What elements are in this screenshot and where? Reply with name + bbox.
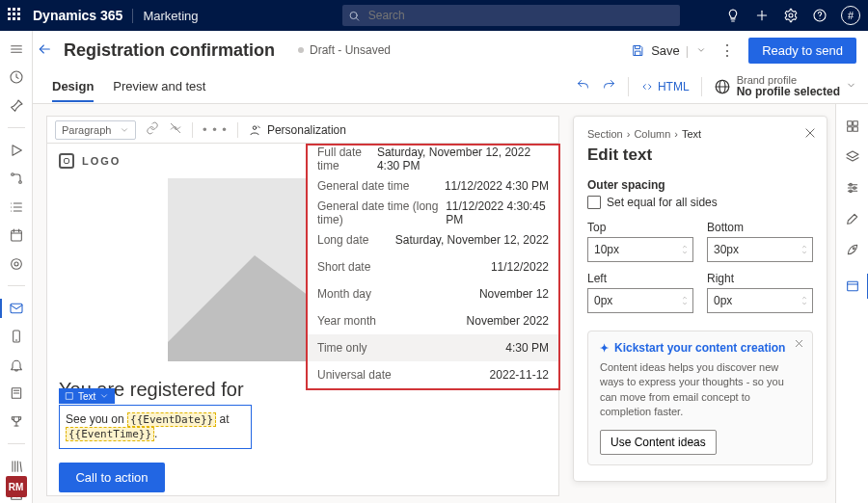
content-ideas-callout: Kickstart your content creation Content … (587, 331, 813, 465)
format-option[interactable]: Month dayNovember 12 (308, 280, 558, 307)
app-launcher-icon[interactable] (8, 8, 23, 23)
svg-rect-65 (847, 281, 857, 290)
token-event-date[interactable]: {{EventDate}} (127, 412, 216, 427)
equal-sides-checkbox[interactable]: Set equal for all sides (587, 196, 813, 209)
rail-bell-icon[interactable] (8, 357, 25, 373)
svg-point-47 (253, 125, 257, 129)
date-format-popup: Full date timeSaturday, November 12, 202… (306, 144, 560, 390)
format-option[interactable]: Year monthNovember 2022 (308, 307, 558, 334)
email-canvas[interactable]: Paragraph • • • Personalization LOGO You… (46, 116, 559, 496)
element-tag[interactable]: Text (59, 388, 115, 404)
overflow-menu[interactable]: ⋮ (714, 41, 741, 60)
rail-rocket-icon[interactable] (844, 241, 861, 258)
editor-tabs: Design Preview and test HTML Brand profi… (0, 69, 868, 104)
toolbar-overflow[interactable]: • • • (203, 122, 228, 137)
save-button[interactable]: Save | (631, 43, 706, 58)
search-input[interactable] (366, 8, 675, 23)
selected-text-block[interactable]: Text See you on {{EventDate}} at {{Event… (59, 405, 252, 449)
help-icon[interactable] (812, 8, 827, 23)
redo-button[interactable] (602, 78, 616, 95)
rail-pin-icon[interactable] (8, 97, 25, 114)
link-icon[interactable] (146, 121, 159, 138)
bottom-spacing-input[interactable]: 30px (707, 237, 813, 262)
outer-spacing-label: Outer spacing (587, 178, 813, 192)
top-spacing-input[interactable]: 10px (587, 237, 693, 262)
left-nav-rail: RM (0, 31, 33, 503)
record-status: Draft - Unsaved (298, 43, 391, 57)
brand-label: Dynamics 365 (33, 8, 122, 23)
format-option[interactable]: General date time (long time)11/12/2022 … (308, 199, 558, 226)
svg-line-37 (20, 462, 21, 471)
lightbulb-icon[interactable] (725, 8, 741, 23)
rail-calendar-icon[interactable] (8, 226, 25, 243)
svg-rect-26 (11, 304, 22, 312)
svg-rect-48 (67, 393, 73, 400)
rail-styles-icon[interactable] (844, 210, 861, 227)
save-split-chevron-icon[interactable] (696, 43, 706, 58)
undo-button[interactable] (576, 78, 590, 95)
rail-target-icon[interactable] (8, 255, 25, 272)
svg-point-24 (11, 258, 21, 269)
svg-point-4 (789, 13, 793, 17)
rail-email-icon[interactable] (8, 300, 25, 316)
right-spacing-input[interactable]: 0px (707, 288, 813, 313)
rail-settings-icon[interactable] (844, 179, 861, 197)
callout-body: Content ideas helps you discover new way… (600, 360, 800, 420)
svg-rect-56 (853, 127, 857, 132)
rail-list-icon[interactable] (8, 199, 25, 215)
plus-icon[interactable] (754, 8, 770, 23)
rail-trophy-icon[interactable] (8, 413, 25, 430)
unlink-icon[interactable] (169, 121, 182, 138)
cta-button[interactable]: Call to action (59, 463, 165, 492)
search-icon (348, 10, 360, 22)
svg-marker-57 (847, 151, 858, 158)
global-search[interactable] (342, 5, 680, 26)
brand-profile-picker[interactable]: Brand profileNo profile selected (714, 74, 856, 98)
svg-point-25 (14, 262, 18, 266)
logo-icon (59, 153, 74, 169)
app-label: Marketing (132, 9, 198, 23)
use-content-ideas-button[interactable]: Use Content ideas (600, 430, 717, 455)
rail-layers-icon[interactable] (844, 148, 861, 166)
format-option[interactable]: Time only4:30 PM (308, 334, 558, 361)
format-option[interactable]: Short date11/12/2022 (308, 253, 558, 280)
rail-library-icon[interactable] (8, 458, 25, 474)
svg-rect-53 (847, 121, 852, 126)
paragraph-style-select[interactable]: Paragraph (55, 120, 136, 140)
text-line[interactable]: See you on {{EventDate}} at {{EventTime}… (66, 412, 230, 440)
rail-clock-icon[interactable] (8, 68, 25, 85)
ready-to-send-button[interactable]: Ready to send (748, 38, 856, 64)
back-button[interactable] (37, 41, 52, 60)
html-toggle[interactable]: HTML (640, 80, 690, 93)
callout-close-icon[interactable] (794, 337, 804, 352)
rail-elements-icon[interactable] (844, 118, 861, 135)
token-event-time[interactable]: {{EventTime}} (66, 427, 154, 441)
rail-form-icon[interactable] (8, 384, 25, 401)
breadcrumb[interactable]: Section› Column› Text (587, 128, 813, 140)
rail-sms-icon[interactable] (8, 329, 25, 345)
svg-rect-42 (636, 51, 640, 55)
format-option[interactable]: Long dateSaturday, November 12, 2022 (308, 226, 558, 253)
svg-line-1 (357, 17, 360, 20)
save-label: Save (651, 43, 680, 58)
rail-journey-icon[interactable] (8, 171, 25, 187)
logo-text: LOGO (82, 155, 121, 167)
close-icon[interactable] (803, 126, 817, 143)
format-option[interactable]: Universal date2022-11-12 (308, 361, 558, 388)
user-avatar[interactable]: RM (6, 476, 27, 497)
rail-properties-icon[interactable] (844, 278, 861, 295)
tab-design[interactable]: Design (52, 71, 94, 101)
account-badge[interactable]: # (841, 6, 860, 25)
svg-point-64 (853, 248, 854, 250)
tab-preview[interactable]: Preview and test (113, 71, 205, 101)
page-title: Registration confirmation (64, 40, 275, 61)
personalization-button[interactable]: Personalization (248, 123, 346, 137)
format-option[interactable]: Full date timeSaturday, November 12, 202… (308, 146, 558, 172)
gear-icon[interactable] (783, 8, 799, 23)
properties-panel: Section› Column› Text Edit text Outer sp… (573, 116, 827, 482)
rail-play-icon[interactable] (8, 142, 25, 158)
global-topbar: Dynamics 365 Marketing # (0, 0, 868, 31)
left-spacing-input[interactable]: 0px (587, 288, 693, 313)
editor-main: Paragraph • • • Personalization LOGO You… (33, 104, 835, 503)
format-option[interactable]: General date time11/12/2022 4:30 PM (308, 172, 558, 199)
